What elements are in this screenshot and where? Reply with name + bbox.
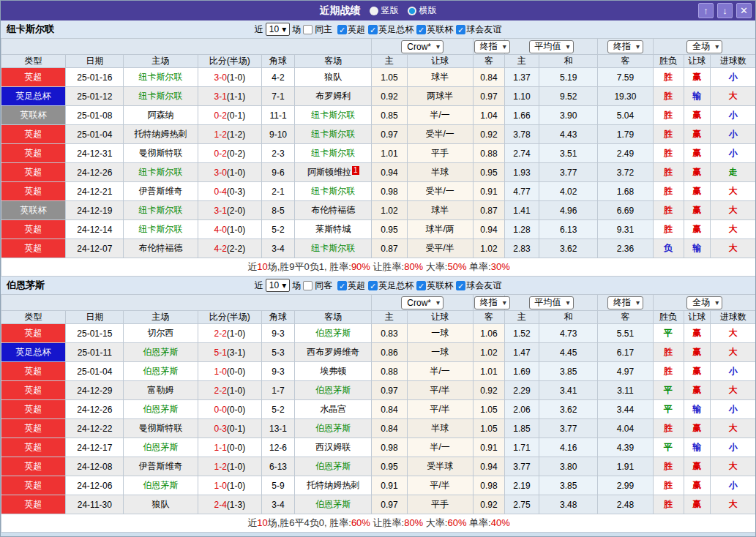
away-team: 西汉姆联 <box>295 438 372 457</box>
euro-away-odds: 4.97 <box>598 362 653 381</box>
league-checkbox[interactable]: ✓ <box>337 25 347 34</box>
match-date: 25-01-15 <box>66 324 124 343</box>
scope-select[interactable]: 全场▾ <box>686 296 722 309</box>
asia-home-odds: 0.91 <box>372 476 407 495</box>
fulltime-score: 1-0 <box>214 367 227 377</box>
league-checkbox[interactable]: ✓ <box>456 281 465 290</box>
final-euro-header-cell: 终指▾ <box>598 295 653 311</box>
asia-away-odds: 0.91 <box>473 182 504 201</box>
fulltime-score: 1-0 <box>214 481 227 491</box>
euro-home-odds: 2.29 <box>504 381 539 400</box>
layout-vertical-radio[interactable]: 竖版 <box>370 4 399 17</box>
summary-segment: 让胜率: <box>370 261 404 272</box>
bookmaker-select[interactable]: Crow*▾ <box>401 296 444 309</box>
league-type-badge: 英超 <box>1 144 66 163</box>
scope-select-value: 全场 <box>692 296 710 309</box>
summary-segment: 60% <box>447 517 466 528</box>
asia-away-odds: 0.88 <box>473 144 504 163</box>
score: 1-2(1-0) <box>198 457 261 476</box>
away-team: 纽卡斯尔联 <box>295 239 372 258</box>
euro-home-odds: 2.75 <box>504 495 539 514</box>
match-row: 英超24-12-06伯恩茅斯1-0(1-0)5-9托特纳姆热刺0.91平/半0.… <box>1 476 756 495</box>
asia-handicap: 球半 <box>407 201 473 220</box>
final-asia-select[interactable]: 终指▾ <box>474 296 510 309</box>
match-date: 25-01-11 <box>66 343 124 362</box>
euro-home-odds: 1.66 <box>504 106 539 125</box>
asia-home-odds: 0.97 <box>372 381 407 400</box>
home-team: 托特纳姆热刺 <box>124 125 198 144</box>
match-row: 英超24-11-30狼队2-4(1-3)3-4伯恩茅斯0.97平手0.922.7… <box>1 495 756 514</box>
outcome-result: 平 <box>653 400 684 419</box>
euro-home-odds: 1.93 <box>504 163 539 182</box>
handicap-result: 输 <box>684 400 710 419</box>
col-cover: 让球 <box>684 55 710 68</box>
score: 0-3(0-1) <box>198 419 261 438</box>
asia-home-odds: 0.94 <box>372 163 407 182</box>
average-select[interactable]: 平均值▾ <box>529 40 574 53</box>
asia-home-odds: 0.84 <box>372 400 407 419</box>
league-checkbox[interactable]: ✓ <box>456 25 465 34</box>
league-label: 英联杯 <box>427 279 453 292</box>
bookmaker-select[interactable]: Crow*▾ <box>401 40 444 53</box>
league-label: 英足总杯 <box>378 23 413 36</box>
move-down-button[interactable]: ↓ <box>717 3 733 18</box>
handicap-result: 赢 <box>684 419 710 438</box>
home-team: 曼彻斯特联 <box>124 144 198 163</box>
match-row: 英联杯24-12-19纽卡斯尔联3-1(2-0)8-5布伦特福德1.02球半0.… <box>1 201 756 220</box>
scope-select[interactable]: 全场▾ <box>686 40 722 53</box>
handicap-result: 赢 <box>684 495 710 514</box>
match-date: 24-11-30 <box>66 495 124 514</box>
chevron-down-icon: ▾ <box>566 298 570 307</box>
final-euro-select[interactable]: 终指▾ <box>607 40 643 53</box>
final-asia-select[interactable]: 终指▾ <box>474 40 510 53</box>
league-checkbox[interactable]: ✓ <box>337 281 347 290</box>
col-corner: 角球 <box>261 311 294 324</box>
euro-away-odds: 6.17 <box>598 343 653 362</box>
average-select[interactable]: 平均值▾ <box>529 296 574 309</box>
euro-home-odds: 3.77 <box>504 457 539 476</box>
scope-header-cell: 全场▾ <box>653 39 756 55</box>
euro-draw-odds: 4.43 <box>539 125 598 144</box>
match-count-select[interactable]: 10 ▾ <box>266 279 290 292</box>
handicap-result: 输 <box>684 239 710 258</box>
fulltime-score: 1-2 <box>214 129 227 140</box>
chevron-down-icon: ▾ <box>636 42 640 50</box>
same-home-checkbox[interactable] <box>303 25 312 34</box>
euro-home-odds: 2.83 <box>504 239 539 258</box>
league-type-badge: 英超 <box>1 381 66 400</box>
handicap-result: 赢 <box>684 362 710 381</box>
handicap-result: 输 <box>684 87 710 106</box>
asia-home-odds: 0.83 <box>372 324 407 343</box>
euro-draw-odds: 5.19 <box>539 68 598 87</box>
halftime-score: (2-2) <box>227 244 245 254</box>
corner-score: 9-3 <box>261 324 294 343</box>
asia-away-odds: 1.06 <box>473 324 504 343</box>
asia-home-odds: 0.86 <box>372 343 407 362</box>
matches-body: 英超25-01-16纽卡斯尔联3-0(1-0)4-2狼队1.05球半0.841.… <box>1 68 756 258</box>
euro-draw-odds: 3.77 <box>539 419 598 438</box>
final-euro-select[interactable]: 终指▾ <box>607 296 643 309</box>
asia-home-odds: 0.98 <box>372 438 407 457</box>
league-checkbox[interactable]: ✓ <box>416 281 426 290</box>
match-count-select[interactable]: 10 ▾ <box>266 23 290 36</box>
league-checkbox[interactable]: ✓ <box>416 25 426 34</box>
col-asia-home: 主 <box>372 311 407 324</box>
halftime-score: (1-0) <box>227 225 245 235</box>
asia-away-odds: 0.92 <box>473 125 504 144</box>
corner-score: 2-3 <box>261 144 294 163</box>
league-checkbox[interactable]: ✓ <box>368 281 378 290</box>
same-away-checkbox[interactable] <box>303 281 312 290</box>
home-team: 纽卡斯尔联 <box>124 163 198 182</box>
outcome-result: 胜 <box>653 343 684 362</box>
league-checkbox[interactable]: ✓ <box>368 25 378 34</box>
home-team: 伯恩茅斯 <box>124 400 198 419</box>
goals-result: 小 <box>710 438 756 457</box>
asia-handicap: 一球 <box>407 343 473 362</box>
layout-horizontal-radio[interactable]: 横版 <box>408 4 437 17</box>
euro-away-odds: 4.39 <box>598 438 653 457</box>
match-date: 25-01-04 <box>66 125 124 144</box>
handicap-result: 赢 <box>684 343 710 362</box>
move-up-button[interactable]: ↑ <box>698 3 714 18</box>
asia-away-odds: 1.01 <box>473 362 504 381</box>
close-button[interactable]: ✕ <box>736 3 752 18</box>
